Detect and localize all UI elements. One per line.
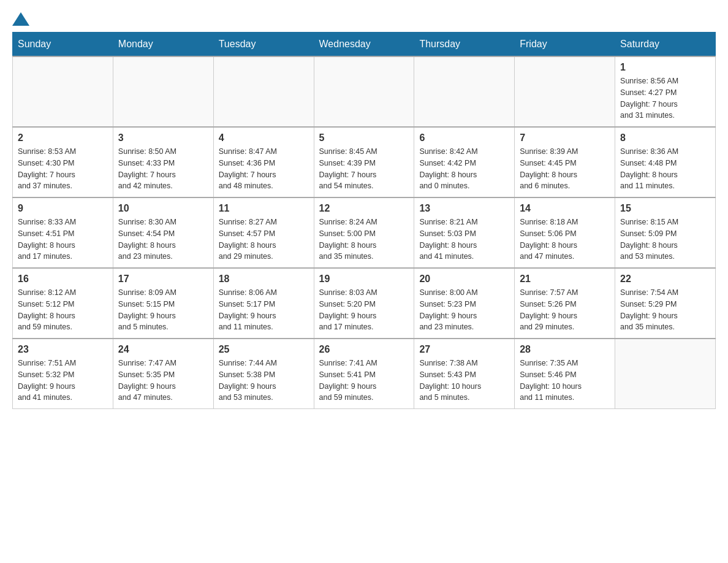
day-number: 10 <box>118 203 208 214</box>
day-number: 20 <box>419 274 509 285</box>
calendar-cell: 2Sunrise: 8:53 AM Sunset: 4:30 PM Daylig… <box>13 127 113 197</box>
day-number: 24 <box>118 344 208 355</box>
day-info: Sunrise: 8:27 AM Sunset: 4:57 PM Dayligh… <box>219 216 309 262</box>
calendar-cell: 21Sunrise: 7:57 AM Sunset: 5:26 PM Dayli… <box>515 268 615 339</box>
day-number: 2 <box>18 132 108 144</box>
day-number: 26 <box>319 344 409 355</box>
day-number: 25 <box>219 344 309 355</box>
day-info: Sunrise: 8:00 AM Sunset: 5:23 PM Dayligh… <box>419 287 509 333</box>
calendar-cell: 24Sunrise: 7:47 AM Sunset: 5:35 PM Dayli… <box>113 339 213 409</box>
day-info: Sunrise: 8:53 AM Sunset: 4:30 PM Dayligh… <box>18 146 108 192</box>
day-number: 27 <box>419 344 509 355</box>
day-info: Sunrise: 7:51 AM Sunset: 5:32 PM Dayligh… <box>18 358 108 404</box>
day-number: 11 <box>219 203 309 214</box>
day-of-week-header: Sunday <box>13 33 113 57</box>
calendar-cell: 27Sunrise: 7:38 AM Sunset: 5:43 PM Dayli… <box>414 339 515 409</box>
calendar-cell: 19Sunrise: 8:03 AM Sunset: 5:20 PM Dayli… <box>314 268 414 339</box>
day-number: 19 <box>319 274 409 285</box>
calendar-cell: 1Sunrise: 8:56 AM Sunset: 4:27 PM Daylig… <box>615 56 716 127</box>
day-info: Sunrise: 8:36 AM Sunset: 4:48 PM Dayligh… <box>620 146 710 192</box>
calendar-cell: 6Sunrise: 8:42 AM Sunset: 4:42 PM Daylig… <box>414 127 515 197</box>
day-info: Sunrise: 7:54 AM Sunset: 5:29 PM Dayligh… <box>620 287 710 333</box>
calendar-cell: 12Sunrise: 8:24 AM Sunset: 5:00 PM Dayli… <box>314 197 414 268</box>
day-number: 9 <box>18 203 108 214</box>
day-info: Sunrise: 8:18 AM Sunset: 5:06 PM Dayligh… <box>520 216 610 262</box>
day-info: Sunrise: 7:38 AM Sunset: 5:43 PM Dayligh… <box>419 358 509 404</box>
day-info: Sunrise: 7:57 AM Sunset: 5:26 PM Dayligh… <box>520 287 610 333</box>
day-number: 16 <box>18 274 108 285</box>
week-row: 2Sunrise: 8:53 AM Sunset: 4:30 PM Daylig… <box>13 127 716 197</box>
calendar-cell <box>414 56 515 127</box>
week-row: 16Sunrise: 8:12 AM Sunset: 5:12 PM Dayli… <box>13 268 716 339</box>
calendar-cell: 28Sunrise: 7:35 AM Sunset: 5:46 PM Dayli… <box>515 339 615 409</box>
calendar-cell <box>515 56 615 127</box>
day-info: Sunrise: 8:50 AM Sunset: 4:33 PM Dayligh… <box>118 146 208 192</box>
day-info: Sunrise: 8:30 AM Sunset: 4:54 PM Dayligh… <box>118 216 208 262</box>
day-of-week-header: Friday <box>515 33 615 57</box>
calendar-cell: 4Sunrise: 8:47 AM Sunset: 4:36 PM Daylig… <box>213 127 314 197</box>
day-number: 3 <box>118 132 208 144</box>
week-row: 23Sunrise: 7:51 AM Sunset: 5:32 PM Dayli… <box>13 339 716 409</box>
calendar-cell: 25Sunrise: 7:44 AM Sunset: 5:38 PM Dayli… <box>213 339 314 409</box>
day-info: Sunrise: 8:56 AM Sunset: 4:27 PM Dayligh… <box>620 75 710 121</box>
day-info: Sunrise: 7:44 AM Sunset: 5:38 PM Dayligh… <box>219 358 309 404</box>
calendar-cell: 14Sunrise: 8:18 AM Sunset: 5:06 PM Dayli… <box>515 197 615 268</box>
day-info: Sunrise: 7:35 AM Sunset: 5:46 PM Dayligh… <box>520 358 610 404</box>
calendar-cell: 8Sunrise: 8:36 AM Sunset: 4:48 PM Daylig… <box>615 127 716 197</box>
day-info: Sunrise: 8:06 AM Sunset: 5:17 PM Dayligh… <box>219 287 309 333</box>
day-info: Sunrise: 8:12 AM Sunset: 5:12 PM Dayligh… <box>18 287 108 333</box>
calendar-cell: 13Sunrise: 8:21 AM Sunset: 5:03 PM Dayli… <box>414 197 515 268</box>
day-number: 22 <box>620 274 710 285</box>
calendar-cell: 18Sunrise: 8:06 AM Sunset: 5:17 PM Dayli… <box>213 268 314 339</box>
calendar-cell: 3Sunrise: 8:50 AM Sunset: 4:33 PM Daylig… <box>113 127 213 197</box>
day-info: Sunrise: 8:47 AM Sunset: 4:36 PM Dayligh… <box>219 146 309 192</box>
logo-triangle-icon <box>12 12 29 26</box>
day-info: Sunrise: 8:24 AM Sunset: 5:00 PM Dayligh… <box>319 216 409 262</box>
calendar-cell <box>213 56 314 127</box>
day-info: Sunrise: 8:45 AM Sunset: 4:39 PM Dayligh… <box>319 146 409 192</box>
calendar-cell: 10Sunrise: 8:30 AM Sunset: 4:54 PM Dayli… <box>113 197 213 268</box>
day-number: 8 <box>620 132 710 144</box>
day-number: 18 <box>219 274 309 285</box>
logo-blue-text <box>12 12 31 26</box>
day-number: 1 <box>620 62 710 73</box>
calendar-cell: 22Sunrise: 7:54 AM Sunset: 5:29 PM Dayli… <box>615 268 716 339</box>
day-number: 23 <box>18 344 108 355</box>
day-number: 4 <box>219 132 309 144</box>
day-of-week-header: Saturday <box>615 33 716 57</box>
calendar-table: SundayMondayTuesdayWednesdayThursdayFrid… <box>12 32 716 409</box>
calendar-cell: 16Sunrise: 8:12 AM Sunset: 5:12 PM Dayli… <box>13 268 113 339</box>
calendar-cell: 7Sunrise: 8:39 AM Sunset: 4:45 PM Daylig… <box>515 127 615 197</box>
day-number: 28 <box>520 344 610 355</box>
day-info: Sunrise: 8:39 AM Sunset: 4:45 PM Dayligh… <box>520 146 610 192</box>
day-number: 7 <box>520 132 610 144</box>
day-info: Sunrise: 8:09 AM Sunset: 5:15 PM Dayligh… <box>118 287 208 333</box>
calendar-cell: 15Sunrise: 8:15 AM Sunset: 5:09 PM Dayli… <box>615 197 716 268</box>
week-row: 1Sunrise: 8:56 AM Sunset: 4:27 PM Daylig… <box>13 56 716 127</box>
calendar-cell <box>615 339 716 409</box>
day-info: Sunrise: 7:41 AM Sunset: 5:41 PM Dayligh… <box>319 358 409 404</box>
day-number: 21 <box>520 274 610 285</box>
day-info: Sunrise: 7:47 AM Sunset: 5:35 PM Dayligh… <box>118 358 208 404</box>
calendar-cell: 9Sunrise: 8:33 AM Sunset: 4:51 PM Daylig… <box>13 197 113 268</box>
calendar-cell: 23Sunrise: 7:51 AM Sunset: 5:32 PM Dayli… <box>13 339 113 409</box>
day-number: 17 <box>118 274 208 285</box>
day-number: 12 <box>319 203 409 214</box>
day-number: 6 <box>419 132 509 144</box>
calendar-cell <box>113 56 213 127</box>
calendar-cell <box>13 56 113 127</box>
day-number: 13 <box>419 203 509 214</box>
day-of-week-header: Monday <box>113 33 213 57</box>
day-number: 5 <box>319 132 409 144</box>
day-info: Sunrise: 8:42 AM Sunset: 4:42 PM Dayligh… <box>419 146 509 192</box>
day-number: 15 <box>620 203 710 214</box>
week-row: 9Sunrise: 8:33 AM Sunset: 4:51 PM Daylig… <box>13 197 716 268</box>
calendar-cell: 17Sunrise: 8:09 AM Sunset: 5:15 PM Dayli… <box>113 268 213 339</box>
day-info: Sunrise: 8:21 AM Sunset: 5:03 PM Dayligh… <box>419 216 509 262</box>
day-number: 14 <box>520 203 610 214</box>
day-info: Sunrise: 8:15 AM Sunset: 5:09 PM Dayligh… <box>620 216 710 262</box>
calendar-cell <box>314 56 414 127</box>
calendar-cell: 5Sunrise: 8:45 AM Sunset: 4:39 PM Daylig… <box>314 127 414 197</box>
days-of-week-row: SundayMondayTuesdayWednesdayThursdayFrid… <box>13 33 716 57</box>
day-of-week-header: Tuesday <box>213 33 314 57</box>
